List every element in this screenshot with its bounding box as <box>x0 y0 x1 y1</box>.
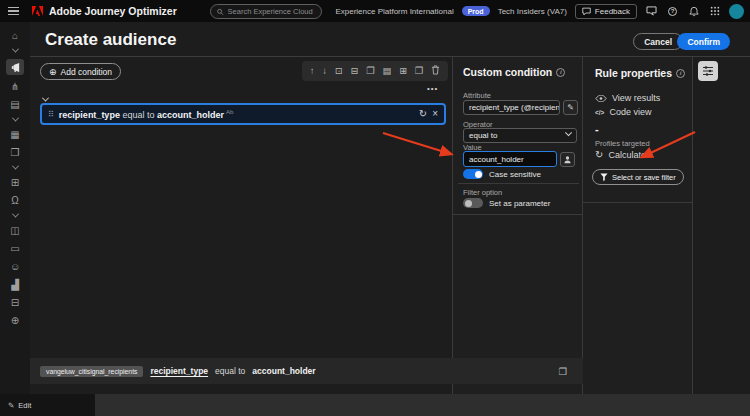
search-input[interactable]: Search Experience Cloud (⌘+/) <box>210 4 322 19</box>
condition-value: account_holder <box>157 110 224 120</box>
audience-tag-pill[interactable]: vangeluw_citisignal_recipients <box>40 366 143 377</box>
move-down-icon[interactable]: ↓ <box>322 66 327 76</box>
duplicate-icon[interactable]: ❐ <box>366 66 375 76</box>
view-results-label: View results <box>612 93 660 103</box>
operator-select[interactable]: equal to <box>463 128 577 143</box>
page-title: Create audience <box>45 30 176 50</box>
code-view-link[interactable]: </> Code view <box>595 107 651 117</box>
flow-icon[interactable]: ⋔ <box>7 80 23 93</box>
more-options-icon[interactable]: ••• <box>427 84 438 93</box>
table-icon[interactable]: ⊞ <box>7 176 23 189</box>
select-all-icon[interactable]: ⊡ <box>335 66 343 76</box>
chevron-down-icon[interactable] <box>7 164 23 171</box>
case-sensitive-label: Case sensitive <box>489 170 541 179</box>
feedback-button[interactable]: Feedback <box>575 4 637 19</box>
filter-button-label: Select or save filter <box>612 173 676 182</box>
select-or-save-filter-button[interactable]: Select or save filter <box>592 169 684 185</box>
left-nav-rail: ⌂ ⋔ ▤ ▦ ❐ ⊞ Ω ◫ ▭ ☺ ▟ ⊟ ⊕ <box>0 22 30 394</box>
remove-condition-icon[interactable]: × <box>432 109 438 119</box>
org-name: Experience Platform International <box>335 7 453 16</box>
edit-label[interactable]: Edit <box>18 401 31 410</box>
summary-value: account_holder <box>252 366 315 376</box>
copy-icon[interactable]: ❐ <box>415 66 424 76</box>
condition-summary-text: recipient_type equal to account_holderAb <box>59 109 233 120</box>
person-icon <box>563 155 572 164</box>
case-sensitive-toggle-row[interactable]: Case sensitive <box>463 169 541 179</box>
rule-properties-title: Rule properties i <box>595 67 685 79</box>
operator-value: equal to <box>469 131 497 140</box>
view-results-link[interactable]: View results <box>595 93 660 103</box>
summary-attribute[interactable]: recipient_type <box>150 366 208 376</box>
help-icon[interactable]: ? <box>666 5 679 18</box>
condition-row-selected[interactable]: ⠿ recipient_type equal to account_holder… <box>40 103 446 125</box>
value-input[interactable]: account_holder <box>463 151 557 167</box>
panel-icon[interactable]: ▭ <box>7 242 23 255</box>
deselect-icon[interactable]: ⊟ <box>350 66 358 76</box>
confirm-button[interactable]: Confirm <box>677 33 730 50</box>
divider <box>453 214 584 215</box>
funnel-icon <box>600 173 608 181</box>
eye-icon <box>595 95 607 102</box>
document-icon[interactable]: ▤ <box>7 98 23 111</box>
delete-trash-icon[interactable] <box>431 65 440 77</box>
set-as-parameter-toggle-row[interactable]: Set as parameter <box>463 198 550 208</box>
adobe-logo-icon <box>32 6 43 16</box>
bell-icon[interactable]: Ω <box>7 194 23 207</box>
chevron-down-icon[interactable] <box>7 212 23 219</box>
search-icon <box>217 8 224 16</box>
environment-badge[interactable]: Prod <box>462 6 490 16</box>
calculate-label: Calculate <box>608 150 646 160</box>
set-as-parameter-toggle[interactable] <box>463 198 483 208</box>
info-icon[interactable]: i <box>556 68 565 77</box>
attribute-input[interactable]: recipient_type (@recipient_type) <box>463 100 560 115</box>
megaphone-icon[interactable] <box>6 59 24 75</box>
notifications-bell-icon[interactable] <box>687 5 700 18</box>
globe-icon[interactable]: ⊕ <box>7 314 23 327</box>
right-icon-rail <box>694 57 750 394</box>
app-window: Adobe Journey Optimizer Search Experienc… <box>0 0 750 416</box>
info-icon[interactable]: i <box>676 69 685 78</box>
add-condition-label: Add condition <box>61 67 113 77</box>
arrow-to-value-input <box>383 133 451 154</box>
add-condition-button[interactable]: ⊕ Add condition <box>40 63 121 80</box>
home-icon[interactable]: ⌂ <box>7 29 23 42</box>
move-up-icon[interactable]: ↑ <box>310 66 315 76</box>
face-icon[interactable]: ☺ <box>7 260 23 273</box>
drag-handle-icon[interactable]: ⠿ <box>48 110 54 119</box>
top-bar: Adobe Journey Optimizer Search Experienc… <box>0 0 750 22</box>
edit-note-icon: ✎ <box>567 103 574 112</box>
condition-operator: equal to <box>122 110 154 120</box>
wallet-icon[interactable]: ⊟ <box>7 296 23 309</box>
properties-panel-button[interactable] <box>698 61 718 81</box>
search-placeholder: Search Experience Cloud (⌘+/) <box>228 7 315 16</box>
chat-bubble-icon <box>582 7 591 16</box>
refresh-icon[interactable]: ↻ <box>419 109 427 119</box>
edit-attribute-button[interactable]: ✎ <box>563 100 578 115</box>
app-switcher-grid-icon[interactable] <box>708 5 721 18</box>
calculate-button[interactable]: ↻ Calculate <box>595 150 646 160</box>
custom-condition-title: Custom condition i <box>463 66 565 78</box>
announcement-icon[interactable] <box>645 5 658 18</box>
code-icon: </> <box>595 109 604 116</box>
copy-icon[interactable]: ❐ <box>7 146 23 159</box>
chevron-down-icon[interactable] <box>7 116 23 123</box>
profile-picker-button[interactable] <box>560 152 575 167</box>
cancel-button[interactable]: Cancel <box>633 33 683 50</box>
rule-properties-panel: Rule properties i View results </> Code … <box>583 57 693 394</box>
chevron-down-icon[interactable] <box>7 47 23 54</box>
copy-summary-icon[interactable]: ❐ <box>558 366 573 377</box>
condition-attribute: recipient_type <box>59 110 120 120</box>
copy-add-icon[interactable]: ⊞ <box>399 66 407 76</box>
divider <box>583 202 693 203</box>
dataset-icon[interactable]: ▦ <box>7 128 23 141</box>
paste-icon[interactable]: ▤ <box>382 66 391 76</box>
hamburger-menu-icon[interactable] <box>8 7 19 16</box>
plus-icon: ⊕ <box>49 67 57 77</box>
chart-icon[interactable]: ▟ <box>7 278 23 291</box>
attribute-label: Attribute <box>463 91 491 100</box>
set-as-parameter-label: Set as parameter <box>489 199 550 208</box>
card-icon[interactable]: ◫ <box>7 224 23 237</box>
case-sensitive-toggle[interactable] <box>463 169 483 179</box>
sandbox-selector[interactable]: Tech Insiders (VA7) <box>498 7 567 16</box>
user-avatar[interactable] <box>729 4 744 19</box>
